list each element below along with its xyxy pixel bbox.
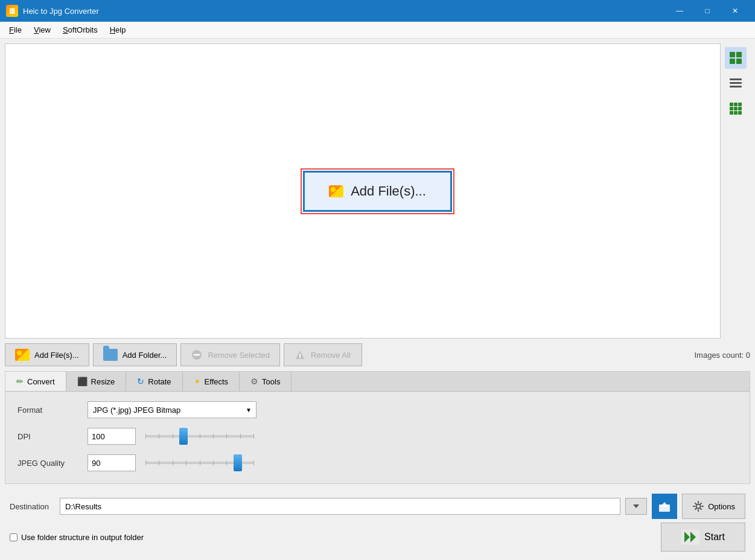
svg-rect-7 [730,103,733,106]
grid-view-button[interactable] [725,98,747,119]
thumbnail-view-button[interactable] [725,47,747,69]
format-label: Format [18,406,78,415]
svg-rect-2 [730,59,735,64]
destination-dropdown-button[interactable] [625,498,647,515]
tools-tab-label: Tools [262,377,280,386]
browse-folder-icon [658,500,671,513]
dpi-slider-thumb[interactable] [179,428,188,445]
svg-rect-15 [738,111,742,115]
file-drop-area: Add File(s)... [5,43,750,339]
svg-rect-6 [730,86,742,88]
bottom-bar: Destination Options [5,490,750,555]
app-icon: 🖼 [6,5,18,17]
svg-rect-1 [736,52,742,57]
photo-icon [329,185,343,197]
svg-rect-9 [738,103,742,106]
svg-rect-11 [734,107,737,110]
resize-tab-label: Resize [91,377,115,386]
rotate-tab-label: Rotate [148,377,171,386]
close-button[interactable]: ✕ [721,0,749,22]
format-select[interactable]: JPG (*.jpg) JPEG Bitmap PNG (*.png) BMP … [88,401,256,418]
tab-tools[interactable]: ⚙ Tools [240,372,291,391]
remove-all-button[interactable]: Remove All [284,343,362,366]
convert-tab-icon: ✏ [16,377,24,386]
start-label: Start [704,532,725,542]
minimize-button[interactable]: — [666,0,693,22]
svg-rect-8 [734,103,737,106]
add-files-label: Add File(s)... [34,351,79,360]
images-count: Images count: 0 [694,351,750,360]
images-count-value: 0 [746,351,750,360]
remove-all-label: Remove All [311,351,351,360]
options-label: Options [708,502,735,511]
dpi-label: DPI [18,432,78,441]
add-folder-label: Add Folder... [123,351,167,360]
svg-rect-0 [730,52,735,57]
effects-tab-label: Effects [205,377,229,386]
jpeg-quality-slider-track [145,462,254,464]
format-select-wrapper: JPG (*.jpg) JPEG Bitmap PNG (*.png) BMP … [88,401,256,418]
svg-rect-10 [730,107,733,110]
svg-rect-3 [736,59,742,64]
tab-rotate[interactable]: ↻ Rotate [126,372,182,391]
dpi-input[interactable] [88,428,136,445]
folder-structure-checkbox[interactable] [10,533,18,541]
folder-checkbox-row: Use folder structure in output folder [10,533,144,542]
file-area-wrapper: Add File(s)... [5,43,750,339]
options-button[interactable]: Options [682,494,745,519]
format-row: Format JPG (*.jpg) JPEG Bitmap PNG (*.pn… [18,401,737,418]
svg-rect-4 [730,78,742,80]
add-folder-button[interactable]: Add Folder... [93,343,177,366]
gear-icon [692,500,704,512]
jpeg-quality-input[interactable] [88,454,136,471]
tab-convert[interactable]: ✏ Convert [5,372,66,391]
tabs-bar: ✏ Convert ⬛ Resize ↻ Rotate ✦ Effects ⚙ … [5,372,750,392]
list-icon [728,76,743,91]
effects-tab-icon: ✦ [194,377,201,386]
start-button[interactable]: Start [661,523,745,552]
svg-rect-13 [730,111,733,115]
folder-structure-label: Use folder structure in output folder [21,533,144,542]
destination-row: Destination Options [10,494,745,519]
settings-content: Format JPG (*.jpg) JPEG Bitmap PNG (*.pn… [5,392,750,483]
start-icon [681,529,699,545]
images-count-label: Images count: [694,351,744,360]
destination-input[interactable] [60,498,620,515]
jpeg-quality-slider-container [145,462,266,464]
rotate-tab-icon: ↻ [137,377,144,386]
add-files-main-label: Add File(s)... [351,183,426,199]
menu-file[interactable]: File [3,23,28,37]
grid-icon [728,101,743,116]
maximize-button[interactable]: □ [693,0,721,22]
add-folder-icon [103,349,118,361]
browse-destination-button[interactable] [652,494,677,519]
remove-all-icon [294,349,306,361]
resize-tab-icon: ⬛ [77,377,88,386]
dropdown-arrow-icon [633,504,639,508]
remove-selected-label: Remove Selected [208,351,270,360]
menu-help[interactable]: Help [104,23,132,37]
add-files-button[interactable]: Add File(s)... [5,343,89,366]
destination-label: Destination [10,502,55,511]
tab-resize[interactable]: ⬛ Resize [66,372,127,391]
menu-bar: File View SoftOrbits Help [0,22,755,39]
dpi-row: DPI [18,428,737,445]
jpeg-quality-slider-thumb[interactable] [234,454,242,471]
svg-point-23 [696,504,701,509]
svg-rect-12 [738,107,742,110]
tab-effects[interactable]: ✦ Effects [183,372,240,391]
menu-softorbits[interactable]: SoftOrbits [57,23,104,37]
title-bar: 🖼 Heic to Jpg Converter — □ ✕ [0,0,755,22]
window-title: Heic to Jpg Converter [23,7,666,16]
tools-tab-icon: ⚙ [250,377,258,386]
remove-selected-button[interactable]: Remove Selected [180,343,280,366]
dpi-slider-container [145,435,266,438]
thumbnail-icon [728,51,743,65]
list-view-button[interactable] [725,72,747,94]
toolbar: Add File(s)... Add Folder... Remove Sele… [5,342,750,368]
add-files-main-button[interactable]: Add File(s)... [303,171,452,212]
svg-rect-5 [730,82,742,84]
menu-view[interactable]: View [28,23,57,37]
svg-rect-14 [734,111,737,115]
remove-selected-icon [191,349,203,361]
